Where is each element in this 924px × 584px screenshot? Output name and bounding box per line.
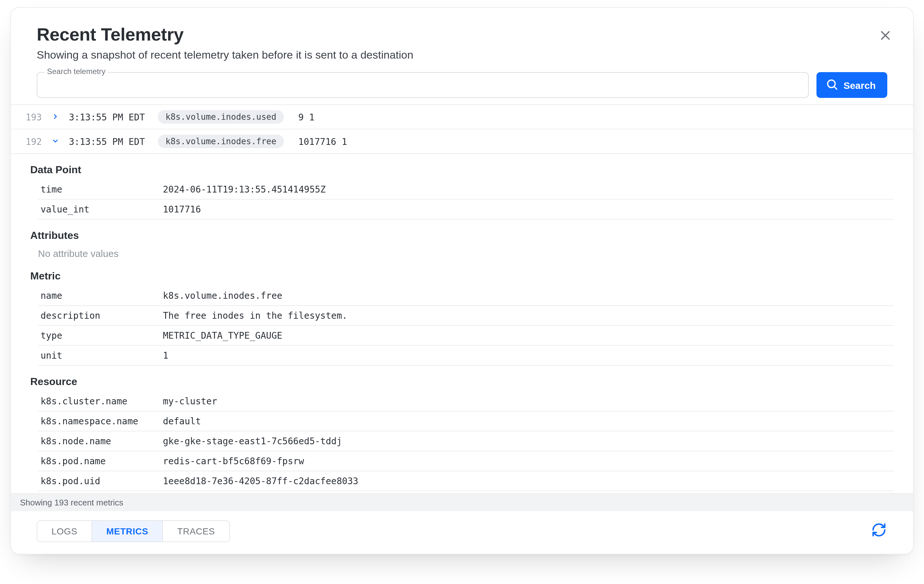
type-tabs: LOGS METRICS TRACES (37, 520, 230, 542)
page-subtitle: Showing a snapshot of recent telemetry t… (37, 49, 887, 62)
row-detail: Data Point time 2024-06-11T19:13:55.4514… (11, 154, 913, 493)
resource-table: k8s.cluster.name my-cluster k8s.namespac… (38, 391, 894, 493)
search-button[interactable]: Search (817, 72, 887, 98)
chevron-down-icon (51, 136, 59, 147)
metric-chip: k8s.volume.inodes.free (158, 135, 284, 148)
expand-toggle[interactable] (51, 136, 60, 147)
kv-value: kube-api-access-x7glx (160, 491, 894, 493)
kv-value: 2024-06-11T19:13:55.451414955Z (160, 180, 894, 199)
close-button[interactable] (876, 27, 895, 46)
telemetry-row[interactable]: 193 3:13:55 PM EDT k8s.volume.inodes.use… (11, 105, 913, 129)
search-icon (825, 78, 838, 92)
search-row: Search telemetry Search (11, 72, 913, 104)
metric-table: name k8s.volume.inodes.free description … (38, 286, 894, 366)
kv-key: k8s.pod.name (38, 451, 160, 471)
telemetry-row[interactable]: 192 3:13:55 PM EDT k8s.volume.inodes.fre… (11, 129, 913, 154)
row-timestamp: 3:13:55 PM EDT (69, 136, 145, 147)
kv-row: unit 1 (38, 345, 894, 365)
close-icon (879, 29, 892, 45)
kv-value: my-cluster (160, 391, 894, 411)
kv-row: name k8s.volume.inodes.free (38, 286, 894, 305)
section-heading-metric: Metric (30, 271, 894, 282)
kv-key: name (38, 286, 160, 305)
kv-value: gke-gke-stage-east1-7c566ed5-tddj (160, 431, 894, 451)
kv-row: k8s.pod.name redis-cart-bf5c68f69-fpsrw (38, 451, 894, 471)
kv-row: k8s.cluster.name my-cluster (38, 391, 894, 411)
kv-key: k8s.volume.name (38, 491, 160, 493)
kv-value: k8s.volume.inodes.free (160, 286, 894, 305)
kv-row: type METRIC_DATA_TYPE_GAUGE (38, 325, 894, 345)
kv-key: k8s.node.name (38, 431, 160, 451)
kv-value: redis-cart-bf5c68f69-fpsrw (160, 451, 894, 471)
kv-key: type (38, 325, 160, 345)
kv-value: The free inodes in the filesystem. (160, 305, 894, 325)
kv-value: METRIC_DATA_TYPE_GAUGE (160, 325, 894, 345)
expand-toggle[interactable] (51, 112, 60, 122)
row-values: 1017716 1 (298, 136, 347, 147)
kv-value: 1 (160, 345, 894, 365)
refresh-button[interactable] (871, 523, 887, 539)
section-heading-data-point: Data Point (30, 164, 894, 176)
tab-traces[interactable]: TRACES (163, 521, 229, 541)
search-input[interactable] (37, 72, 809, 98)
page-title: Recent Telemetry (37, 25, 887, 45)
kv-key: k8s.cluster.name (38, 391, 160, 411)
rows-scroll[interactable]: 193 3:13:55 PM EDT k8s.volume.inodes.use… (11, 105, 913, 493)
status-text: Showing 193 recent metrics (20, 498, 123, 507)
kv-row: k8s.node.name gke-gke-stage-east1-7c566e… (38, 431, 894, 451)
search-field: Search telemetry (37, 72, 809, 98)
svg-line-3 (834, 86, 837, 89)
search-label: Search telemetry (45, 67, 108, 76)
kv-key: time (38, 180, 160, 199)
kv-value: 1017716 (160, 199, 894, 219)
kv-row: k8s.namespace.name default (38, 411, 894, 431)
data-point-table: time 2024-06-11T19:13:55.451414955Z valu… (38, 180, 894, 219)
row-index: 193 (24, 112, 42, 122)
tab-logs[interactable]: LOGS (37, 521, 92, 541)
chevron-right-icon (51, 112, 59, 122)
kv-row: description The free inodes in the files… (38, 305, 894, 325)
attributes-empty: No attribute values (30, 245, 894, 260)
modal-header: Recent Telemetry Showing a snapshot of r… (11, 8, 913, 72)
row-values: 9 1 (298, 112, 315, 122)
row-index: 192 (24, 136, 42, 147)
status-bar: Showing 193 recent metrics (11, 493, 913, 511)
refresh-icon (871, 522, 887, 540)
kv-row: k8s.pod.uid 1eee8d18-7e36-4205-87ff-c2da… (38, 471, 894, 491)
kv-key: unit (38, 345, 160, 365)
section-heading-attributes: Attributes (30, 230, 894, 241)
kv-key: value_int (38, 199, 160, 219)
tab-metrics[interactable]: METRICS (92, 521, 163, 541)
bottom-bar: LOGS METRICS TRACES (11, 511, 913, 554)
row-timestamp: 3:13:55 PM EDT (69, 112, 145, 122)
kv-value: 1eee8d18-7e36-4205-87ff-c2dacfee8033 (160, 471, 894, 491)
telemetry-modal: Recent Telemetry Showing a snapshot of r… (10, 7, 914, 554)
kv-value: default (160, 411, 894, 431)
kv-row: value_int 1017716 (38, 199, 894, 219)
kv-key: k8s.pod.uid (38, 471, 160, 491)
metric-chip: k8s.volume.inodes.used (158, 110, 284, 124)
search-button-label: Search (843, 79, 876, 91)
kv-row: time 2024-06-11T19:13:55.451414955Z (38, 180, 894, 199)
rows-viewport: 193 3:13:55 PM EDT k8s.volume.inodes.use… (11, 104, 913, 493)
kv-row: k8s.volume.name kube-api-access-x7glx (38, 491, 894, 493)
kv-key: k8s.namespace.name (38, 411, 160, 431)
kv-key: description (38, 305, 160, 325)
section-heading-resource: Resource (30, 376, 894, 388)
